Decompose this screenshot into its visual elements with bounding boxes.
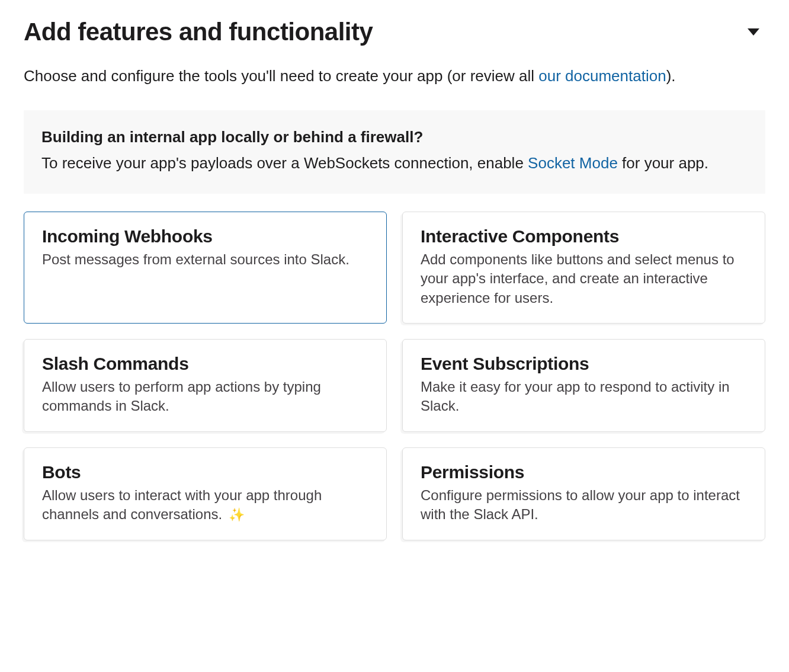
socket-mode-link[interactable]: Socket Mode [528,154,618,172]
card-event-subscriptions[interactable]: Event Subscriptions Make it easy for you… [402,339,765,432]
card-description: Make it easy for your app to respond to … [421,377,747,416]
card-description: Allow users to interact with your app th… [42,486,368,524]
info-box-title: Building an internal app locally or behi… [41,128,748,146]
card-description: Allow users to perform app actions by ty… [42,377,368,416]
card-description: Add components like buttons and select m… [421,250,747,308]
info-text-before: To receive your app's payloads over a We… [41,154,528,172]
card-incoming-webhooks[interactable]: Incoming Webhooks Post messages from ext… [24,212,387,324]
subtitle-prefix: Choose and configure the tools you'll ne… [24,67,538,85]
card-title: Slash Commands [42,354,368,374]
card-permissions[interactable]: Permissions Configure permissions to all… [402,447,765,540]
section-header: Add features and functionality [24,18,765,46]
page-title: Add features and functionality [24,18,373,46]
section-subtitle: Choose and configure the tools you'll ne… [24,64,765,88]
collapse-caret-icon[interactable] [748,28,759,36]
card-title: Bots [42,462,368,482]
sparkle-icon: ✨ [229,506,245,524]
card-description: Configure permissions to allow your app … [421,486,747,524]
info-text-after: for your app. [618,154,708,172]
card-interactive-components[interactable]: Interactive Components Add components li… [402,212,765,324]
feature-cards-grid: Incoming Webhooks Post messages from ext… [24,212,765,540]
subtitle-suffix: ). [666,67,676,85]
card-bots[interactable]: Bots Allow users to interact with your a… [24,447,387,540]
card-title: Incoming Webhooks [42,226,368,247]
card-title: Event Subscriptions [421,354,747,374]
card-title: Permissions [421,462,747,482]
card-description: Post messages from external sources into… [42,250,368,269]
card-title: Interactive Components [421,226,747,247]
info-box-text: To receive your app's payloads over a We… [41,151,748,176]
card-slash-commands[interactable]: Slash Commands Allow users to perform ap… [24,339,387,432]
card-desc-text: Allow users to interact with your app th… [42,487,322,522]
socket-mode-info-box: Building an internal app locally or behi… [24,110,765,194]
documentation-link[interactable]: our documentation [538,67,666,85]
